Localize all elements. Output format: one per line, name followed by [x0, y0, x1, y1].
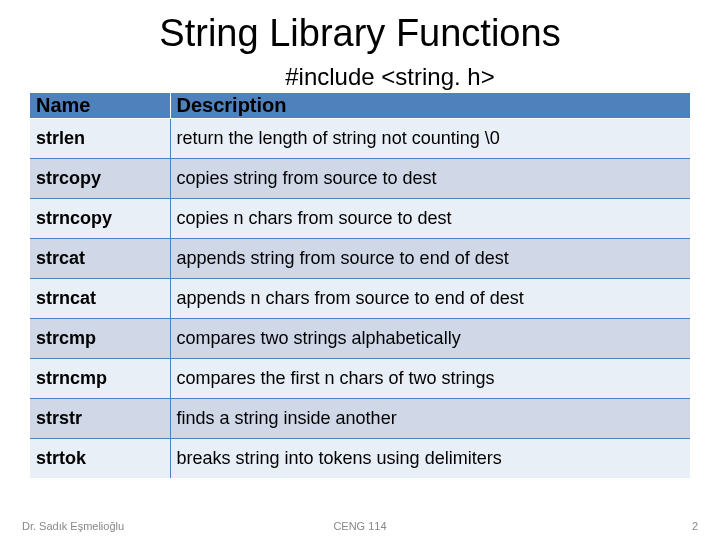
fn-desc: breaks string into tokens using delimite…	[170, 439, 690, 479]
footer-author: Dr. Sadık Eşmelioğlu	[22, 520, 124, 532]
fn-name: strstr	[30, 399, 170, 439]
table-row: strlen return the length of string not c…	[30, 119, 690, 159]
table-row: strstr finds a string inside another	[30, 399, 690, 439]
fn-name: strcmp	[30, 319, 170, 359]
footer-course: CENG 114	[333, 520, 386, 532]
table-row: strncat appends n chars from source to e…	[30, 279, 690, 319]
fn-name: strcat	[30, 239, 170, 279]
fn-desc: compares the first n chars of two string…	[170, 359, 690, 399]
fn-name: strncat	[30, 279, 170, 319]
slide: String Library Functions #include <strin…	[0, 0, 720, 508]
table-row: strtok breaks string into tokens using d…	[30, 439, 690, 479]
functions-table: Name Description strlen return the lengt…	[30, 93, 690, 478]
fn-desc: compares two strings alphabetically	[170, 319, 690, 359]
fn-desc: finds a string inside another	[170, 399, 690, 439]
page-title: String Library Functions	[30, 12, 690, 55]
table-row: strncmp compares the first n chars of tw…	[30, 359, 690, 399]
table-row: strncopy copies n chars from source to d…	[30, 199, 690, 239]
fn-name: strncmp	[30, 359, 170, 399]
fn-desc: return the length of string not counting…	[170, 119, 690, 159]
table-row: strcopy copies string from source to des…	[30, 159, 690, 199]
table-row: strcat appends string from source to end…	[30, 239, 690, 279]
fn-desc: copies n chars from source to dest	[170, 199, 690, 239]
fn-name: strtok	[30, 439, 170, 479]
include-directive: #include <string. h>	[30, 63, 690, 91]
footer-page: 2	[692, 520, 698, 532]
th-name: Name	[30, 93, 170, 119]
fn-desc: appends string from source to end of des…	[170, 239, 690, 279]
fn-desc: appends n chars from source to end of de…	[170, 279, 690, 319]
fn-desc: copies string from source to dest	[170, 159, 690, 199]
table-row: strcmp compares two strings alphabetical…	[30, 319, 690, 359]
fn-name: strcopy	[30, 159, 170, 199]
th-desc: Description	[170, 93, 690, 119]
fn-name: strlen	[30, 119, 170, 159]
fn-name: strncopy	[30, 199, 170, 239]
